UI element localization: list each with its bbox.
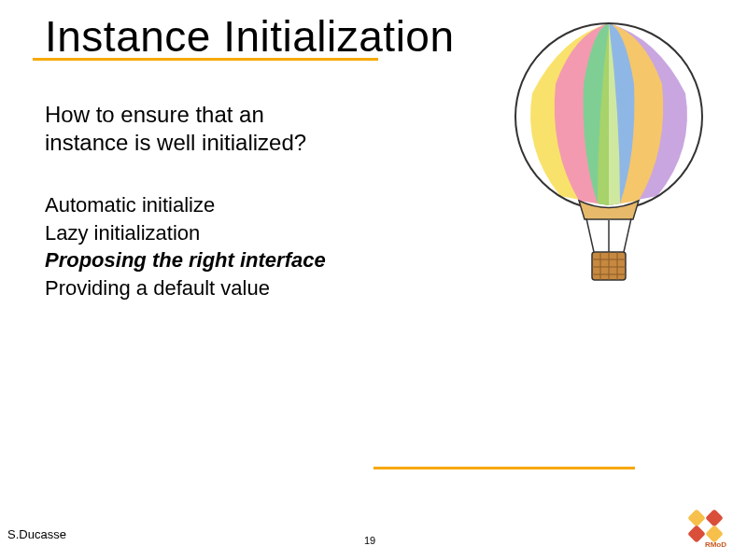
bullet-item: Lazy initialization: [45, 219, 326, 247]
svg-line-2: [586, 218, 594, 252]
bullet-item: Providing a default value: [45, 274, 326, 302]
bottom-divider: [374, 467, 635, 469]
svg-line-4: [624, 218, 631, 252]
svg-rect-14: [687, 525, 706, 543]
author-label: S.Ducasse: [7, 527, 66, 541]
rmod-logo-text: RMoD: [705, 540, 726, 549]
subtitle-line-1: How to ensure that an: [45, 101, 306, 129]
bullet-list: Automatic initialize Lazy initialization…: [45, 191, 326, 302]
balloon-illustration: [504, 19, 714, 299]
subtitle-line-2: instance is well initialized?: [45, 129, 306, 157]
bullet-item-emphasized: Proposing the right interface: [45, 246, 326, 274]
svg-rect-13: [705, 509, 724, 527]
page-number: 19: [364, 535, 375, 546]
slide-subtitle: How to ensure that an instance is well i…: [45, 101, 306, 157]
bullet-item: Automatic initialize: [45, 191, 326, 219]
slide-title: Instance Initialization: [45, 11, 455, 62]
svg-rect-12: [687, 509, 706, 527]
